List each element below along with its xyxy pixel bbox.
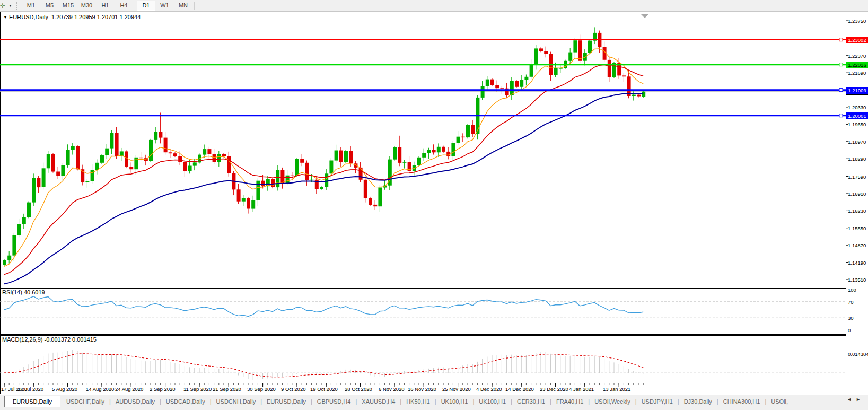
date-axis-label: 23 Dec 2020 (540, 386, 568, 392)
price-axis-tick: 1.17590 (848, 174, 868, 180)
tab-dj30-daily[interactable]: DJ30,Daily (679, 398, 717, 405)
chart-shift-marker-icon[interactable] (641, 14, 648, 18)
macd-axis-tick: 0.014384 (848, 351, 868, 357)
chart-ohlc-values: 1.20739 1.20959 1.20701 1.20944 (51, 14, 141, 20)
price-axis-tick: 1.20330 (848, 104, 868, 110)
tab-scroll-right-icon[interactable]: ► (856, 397, 865, 402)
price-axis-tick: 1.19650 (848, 121, 868, 127)
macd-indicator-label: MACD(12,26,9) -0.001372 0.001415 (2, 336, 97, 343)
rsi-axis-tick: 100 (848, 287, 868, 293)
level-price-label-1.20001: 1.20001 (846, 112, 868, 119)
level-handle-icon[interactable] (839, 38, 843, 41)
chart-expander-icon[interactable]: ▼ (3, 15, 7, 20)
macd-axis-tick: 0.00 (848, 382, 868, 383)
tab-hk50-h1[interactable]: HK50,H1 (401, 398, 435, 405)
ma-fast-line[interactable] (4, 49, 643, 267)
candles-layer[interactable] (3, 27, 645, 266)
tab-ger30-h1[interactable]: GER30,H1 (512, 398, 550, 405)
date-axis-label: 4 Jan 2021 (569, 386, 594, 392)
status-strip (0, 407, 868, 410)
tab-gbpusd-h4[interactable]: GBPUSD,H4 (312, 398, 356, 405)
date-axis-label: 19 Oct 2020 (310, 386, 338, 392)
chart-canvas[interactable]: ▼ EURUSD,Daily 1.20739 1.20959 1.20701 1… (0, 12, 868, 394)
date-axis-label: 5 Aug 2020 (52, 386, 77, 392)
tab-scroll-left-icon[interactable]: ◄ (847, 397, 856, 402)
tab-usdcad-daily[interactable]: USDCAD,Daily (161, 398, 210, 405)
tab-eurusd-daily-active[interactable]: EURUSD,Daily (4, 396, 60, 407)
rsi-line[interactable] (4, 296, 643, 317)
chart-symbol-period: EURUSD,Daily (9, 14, 48, 20)
macd-signal-line[interactable] (4, 354, 643, 377)
date-axis-label: 16 Nov 2020 (408, 386, 436, 392)
rsi-indicator-label: RSI(14) 40.6019 (2, 289, 45, 295)
price-axis-tick: 1.16230 (848, 208, 868, 214)
level-price-label-1.22016: 1.22016 (846, 62, 868, 68)
date-axis-label: 6 Nov 2020 (379, 386, 405, 392)
price-axis-tick: 1.15550 (848, 225, 868, 231)
tab-uk100-h1[interactable]: UK100,H1 (474, 398, 511, 405)
rsi-axis-tick: 0 (848, 327, 868, 333)
tab-china300-h1[interactable]: CHINA300,H1 (718, 398, 765, 405)
date-axis-label: 28 Oct 2020 (345, 386, 372, 392)
price-axis-tick: 1.21690 (848, 70, 868, 76)
level-handle-icon[interactable] (839, 63, 843, 66)
ma-medium-line[interactable] (4, 65, 643, 274)
tab-fra40-h1[interactable]: FRA40,H1 (551, 398, 588, 405)
level-price-label-1.23002: 1.23002 (846, 37, 868, 43)
date-axis-label: 30 Sep 2020 (247, 386, 276, 392)
price-axis-tick: 1.18970 (848, 139, 868, 145)
tab-usoil-[interactable]: USOil, (766, 398, 793, 405)
date-axis-label: 9 Oct 2020 (281, 386, 305, 392)
date-axis-label: 27 Jul 2020 (17, 386, 43, 392)
price-axis-tick: 1.14870 (848, 242, 868, 248)
level-price-label-1.21009: 1.21009 (846, 87, 868, 94)
date-axis-label: 11 Sep 2020 (183, 386, 212, 392)
tab-eurusd-daily[interactable]: EURUSD,Daily (262, 398, 311, 405)
price-axis-tick: 1.16910 (848, 191, 868, 197)
tab-usoil-weekly[interactable]: USOil,Weekly (590, 398, 635, 405)
level-handle-icon[interactable] (839, 114, 843, 117)
price-axis-tick: 1.14190 (848, 260, 868, 266)
tab-xauusd-h4[interactable]: XAUUSD,H4 (357, 398, 400, 405)
date-axis-label: 21 Sep 2020 (213, 386, 241, 392)
chart-tab-bar: EURUSD,DailyUSDCHF,Daily|AUDUSD,Daily|US… (0, 395, 868, 407)
chart-title: ▼ EURUSD,Daily 1.20739 1.20959 1.20701 1… (3, 14, 141, 20)
tab-uk100-h1[interactable]: UK100,H1 (436, 398, 473, 405)
tab-usdcnh-daily[interactable]: USDCNH,Daily (212, 398, 261, 405)
date-axis-label: 14 Aug 2020 (86, 386, 114, 392)
price-axis-tick: 1.22370 (848, 53, 868, 59)
tab-scroll-arrows: ◄► (847, 397, 865, 402)
tab-usdjpy-h1[interactable]: USDJPY,H1 (637, 398, 678, 405)
price-axis-tick: 1.13510 (848, 277, 868, 283)
mt4-terminal: ✛ ▼ M1M5M15M30H1H4D1W1MN ▼ EURUSD,Daily … (0, 0, 868, 410)
date-axis-label: 13 Jan 2021 (603, 386, 630, 392)
price-chart-svg[interactable] (0, 0, 868, 410)
chart-tabs: EURUSD,DailyUSDCHF,Daily|AUDUSD,Daily|US… (0, 395, 844, 407)
tab-usdchf-daily[interactable]: USDCHF,Daily (62, 398, 109, 405)
rsi-axis-tick: 30 (848, 315, 868, 321)
date-axis-label: 25 Nov 2020 (442, 386, 471, 392)
date-axis-label: 24 Aug 2020 (115, 386, 143, 392)
tab-audusd-daily[interactable]: AUDUSD,Daily (111, 398, 160, 405)
date-axis-label: 14 Dec 2020 (505, 386, 534, 392)
price-axis-tick: 1.23750 (848, 18, 868, 24)
date-axis-label: 4 Dec 2020 (476, 386, 502, 392)
date-axis-label: 2 Sep 2020 (150, 386, 176, 392)
level-handle-icon[interactable] (839, 89, 843, 92)
price-axis-tick: 1.18290 (848, 156, 868, 162)
macd-axis: 0.0143840.00-0.005396 (846, 335, 868, 383)
rsi-axis-tick: 70 (848, 299, 868, 305)
